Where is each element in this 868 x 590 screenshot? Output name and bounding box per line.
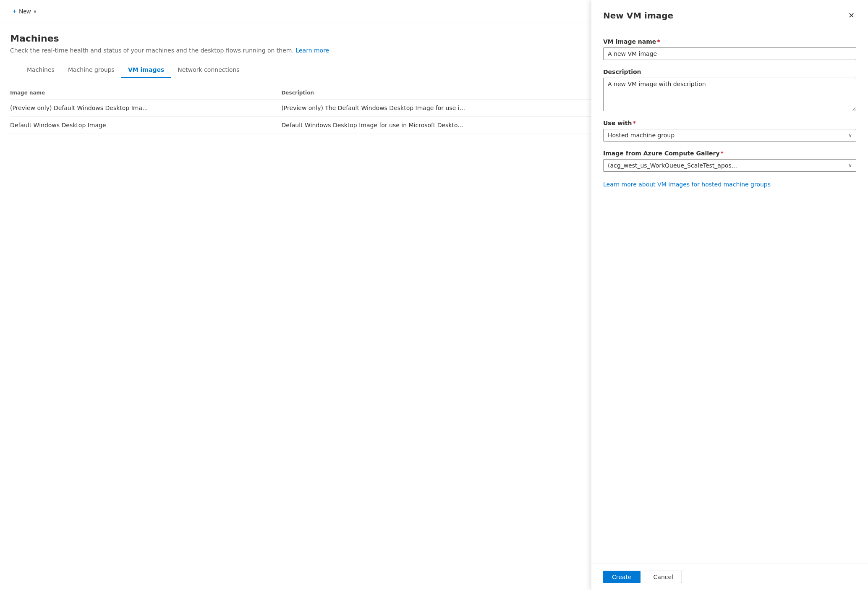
new-button-label: New [19,8,31,15]
col-header-description: Description [281,87,620,100]
description-field: Description A new VM image with descript… [603,68,856,111]
help-link[interactable]: Learn more about VM images for hosted ma… [603,180,856,189]
vm-image-name-field: VM image name* [603,38,856,60]
tab-network-connections[interactable]: Network connections [171,62,246,78]
required-indicator-3: * [721,150,724,157]
tab-machine-groups[interactable]: Machine groups [61,62,121,78]
use-with-select[interactable]: Hosted machine group Both [603,129,856,142]
cell-description-0: (Preview only) The Default Windows Deskt… [281,100,620,117]
image-gallery-select[interactable]: (acg_west_us_WorkQueue_ScaleTest_apos... [603,159,856,172]
description-textarea[interactable]: A new VM image with description [603,78,856,111]
vm-image-name-label: VM image name* [603,38,856,45]
panel-body: VM image name* Description A new VM imag… [591,28,868,564]
use-with-label: Use with* [603,120,856,126]
plus-icon: + [13,8,16,15]
panel-header: New VM image ✕ [591,0,868,28]
cancel-button[interactable]: Cancel [645,571,682,583]
create-button[interactable]: Create [603,571,641,583]
image-gallery-field: Image from Azure Compute Gallery* (acg_w… [603,150,856,172]
chevron-down-icon: ∨ [33,8,37,14]
description-label: Description [603,68,856,75]
tab-vm-images[interactable]: VM images [121,62,171,78]
new-vm-image-panel: New VM image ✕ VM image name* Descriptio… [591,0,868,590]
image-gallery-label: Image from Azure Compute Gallery* [603,150,856,157]
cell-image-name-1: Default Windows Desktop Image [10,117,281,134]
use-with-select-wrapper: Hosted machine group Both ∨ [603,129,856,142]
vm-image-name-input[interactable] [603,47,856,60]
col-header-image-name: Image name [10,87,281,100]
required-indicator-2: * [633,120,635,126]
image-gallery-select-wrapper: (acg_west_us_WorkQueue_ScaleTest_apos...… [603,159,856,172]
close-button[interactable]: ✕ [847,10,856,21]
learn-more-link[interactable]: Learn more [295,47,329,54]
cell-image-name-0: (Preview only) Default Windows Desktop I… [10,100,281,117]
cell-description-1: Default Windows Desktop Image for use in… [281,117,620,134]
new-button[interactable]: + New ∨ [8,5,41,18]
panel-footer: Create Cancel [591,564,868,590]
use-with-field: Use with* Hosted machine group Both ∨ [603,120,856,142]
required-indicator: * [657,38,660,45]
panel-title: New VM image [603,10,673,21]
tab-machines[interactable]: Machines [20,62,61,78]
